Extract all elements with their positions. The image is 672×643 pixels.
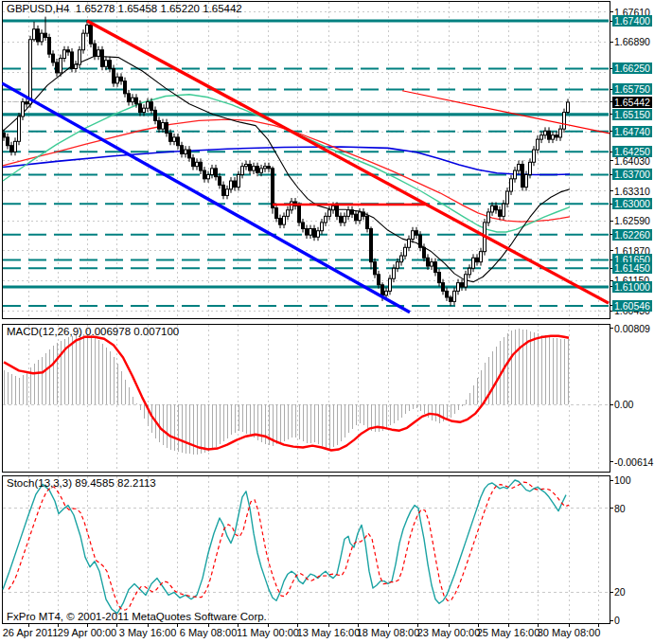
stochastic-plot-area[interactable]	[2, 475, 610, 623]
time-axis-scale[interactable]	[0, 624, 672, 643]
macd-plot-area[interactable]	[2, 324, 610, 472]
price-axis-scale[interactable]	[610, 0, 672, 624]
main-chart-plot-area[interactable]	[2, 1, 610, 318]
